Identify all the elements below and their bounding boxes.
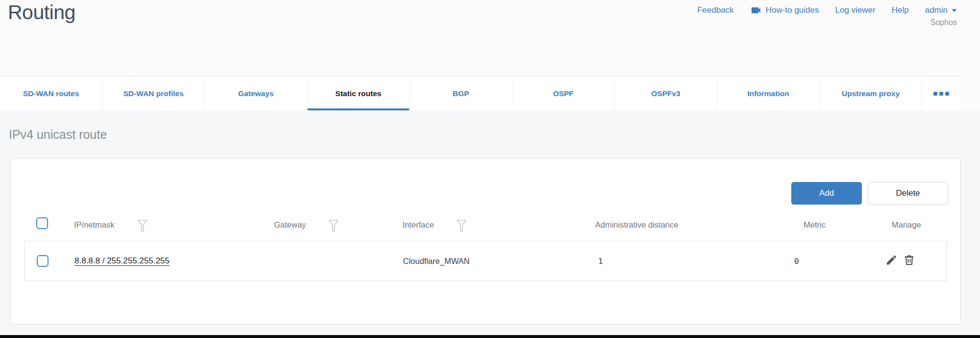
- chevron-down-icon: [952, 9, 957, 12]
- column-header-admin-distance: Administrative distance: [595, 218, 678, 232]
- delete-icon[interactable]: [903, 254, 915, 268]
- column-header-ip-netmask: IP/netmask: [74, 218, 148, 232]
- column-header-interface: Interface: [402, 218, 467, 232]
- top-nav: Feedback How-to guides Log viewer Help a…: [697, 4, 957, 16]
- column-header-manage: Manage: [892, 218, 921, 232]
- routes-panel: Add Delete IP/netmask Gateway Interface …: [10, 158, 961, 325]
- cell-interface: Cloudflare_MWAN: [403, 257, 470, 266]
- tab-overflow-menu[interactable]: [922, 77, 960, 110]
- log-viewer-link[interactable]: Log viewer: [835, 5, 876, 15]
- cell-admin-distance: 1: [598, 257, 603, 266]
- video-camera-icon: [750, 4, 762, 16]
- bottom-bar: [0, 335, 980, 338]
- howto-guides-link[interactable]: How-to guides: [750, 4, 819, 16]
- admin-label: admin: [925, 5, 948, 15]
- brand-label: Sophos: [930, 18, 957, 27]
- tab-information[interactable]: Information: [717, 77, 820, 110]
- filter-icon[interactable]: [328, 217, 339, 233]
- help-label: Help: [892, 5, 909, 15]
- edit-icon[interactable]: [885, 254, 898, 268]
- admin-menu[interactable]: admin: [925, 5, 957, 15]
- tab-bar: SD-WAN routes SD-WAN profiles Gateways S…: [0, 76, 960, 110]
- add-button[interactable]: Add: [791, 182, 862, 205]
- tab-ospf[interactable]: OSPF: [512, 77, 615, 110]
- howto-guides-label: How-to guides: [766, 5, 819, 15]
- row-checkbox[interactable]: [37, 255, 49, 267]
- tab-sd-wan-routes[interactable]: SD-WAN routes: [0, 77, 102, 110]
- filter-icon[interactable]: [137, 217, 148, 233]
- tab-bgp[interactable]: BGP: [410, 77, 512, 110]
- page-title: Routing: [8, 1, 75, 24]
- tab-static-routes[interactable]: Static routes: [307, 77, 410, 110]
- route-ip-link[interactable]: 8.8.8.8 / 255.255.255.255: [75, 256, 170, 266]
- tab-sd-wan-profiles[interactable]: SD-WAN profiles: [102, 77, 205, 110]
- select-all-checkbox[interactable]: [36, 217, 48, 229]
- manage-actions: [885, 254, 915, 268]
- cell-metric: 0: [794, 257, 799, 266]
- ellipsis-icon: [933, 92, 949, 96]
- feedback-link[interactable]: Feedback: [697, 5, 734, 15]
- section-heading: IPv4 unicast route: [9, 128, 107, 142]
- column-header-metric: Metric: [804, 218, 826, 232]
- tab-gateways[interactable]: Gateways: [205, 77, 307, 110]
- filter-icon[interactable]: [456, 217, 467, 233]
- feedback-label: Feedback: [697, 5, 734, 15]
- table-body: 8.8.8.8 / 255.255.255.255 Cloudflare_MWA…: [24, 241, 947, 281]
- help-link[interactable]: Help: [892, 5, 909, 15]
- tab-upstream-proxy[interactable]: Upstream proxy: [820, 77, 922, 110]
- delete-button[interactable]: Delete: [868, 182, 948, 205]
- tab-ospfv3[interactable]: OSPFv3: [615, 77, 717, 110]
- log-viewer-label: Log viewer: [835, 5, 876, 15]
- column-header-gateway: Gateway: [274, 218, 339, 232]
